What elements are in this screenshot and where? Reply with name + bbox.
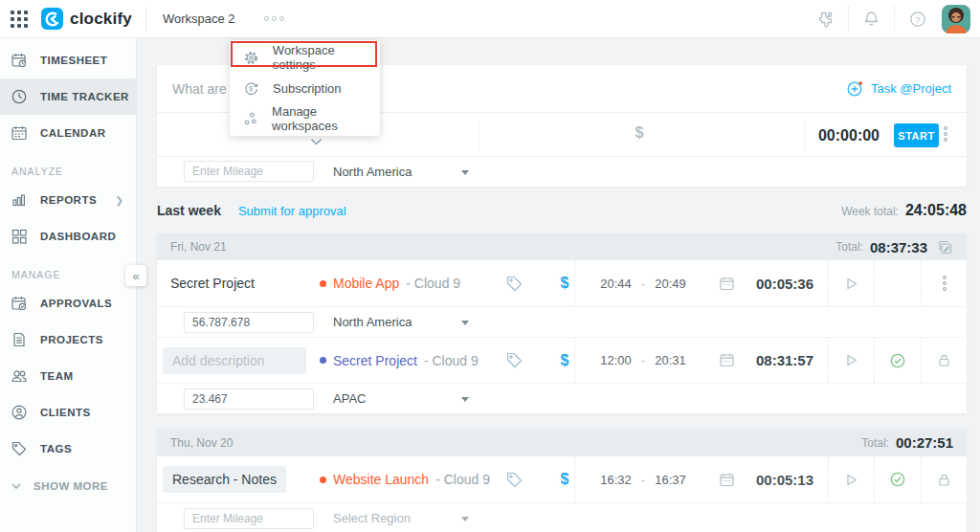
sidebar-item-reports[interactable]: REPORTS ❯	[0, 182, 136, 218]
entry-time-range[interactable]: 12:00 - 20:31	[574, 338, 711, 383]
tag-icon[interactable]	[500, 338, 528, 383]
menu-item-label: Workspace settings	[273, 43, 380, 72]
integrations-puzzle-icon[interactable]	[802, 7, 848, 32]
time-entry-row: Add description Secret Project - Cloud 9…	[157, 337, 967, 383]
approved-check-icon	[874, 456, 921, 502]
day-total-label: Total:	[835, 240, 863, 254]
mileage-input[interactable]	[184, 312, 314, 333]
mileage-input[interactable]	[184, 388, 314, 410]
sidebar-collapse-button[interactable]: «	[125, 265, 146, 286]
user-avatar[interactable]	[942, 5, 970, 33]
sidebar-item-timesheet[interactable]: TIMESHEET	[0, 42, 136, 78]
calendar-icon[interactable]	[711, 456, 742, 502]
task-project-link[interactable]: Task @Project	[846, 79, 951, 98]
sidebar-item-projects[interactable]: PROJECTS	[0, 321, 136, 358]
week-heading: Last week Submit for approval Week total…	[157, 202, 967, 219]
entry-custom-fields-row: Select Region	[157, 502, 967, 532]
menu-item-manage-workspaces[interactable]: Manage workspaces	[230, 103, 380, 134]
workspace-menu-trigger-icon[interactable]	[260, 12, 288, 25]
sidebar-item-dashboard[interactable]: DASHBOARD	[0, 218, 136, 255]
entry-project[interactable]: Secret Project - Cloud 9	[320, 338, 479, 383]
menu-item-workspace-settings[interactable]: Workspace settings	[230, 42, 380, 73]
entry-project[interactable]: Mobile App - Cloud 9	[320, 260, 460, 306]
tracker-menu-icon[interactable]	[944, 126, 947, 142]
chevron-down-icon	[11, 480, 22, 492]
entry-project[interactable]: Website Launch - Cloud 9	[320, 456, 490, 502]
region-value: North America	[333, 315, 412, 329]
help-icon[interactable]: ?	[894, 7, 940, 32]
calendar-icon[interactable]	[711, 338, 742, 383]
entry-description-placeholder[interactable]: Add description	[163, 347, 306, 374]
sidebar-item-label: TAGS	[40, 443, 72, 454]
tag-icon[interactable]	[500, 260, 528, 306]
sidebar-item-approvals[interactable]: APPROVALS	[0, 285, 136, 321]
entry-description[interactable]: Research - Notes	[163, 466, 286, 493]
menu-item-subscription[interactable]: $ Subscription	[230, 73, 380, 103]
time-separator: -	[641, 473, 645, 487]
timesheet-icon	[11, 52, 28, 69]
start-button[interactable]: START	[894, 123, 939, 147]
approval-status-cell	[874, 260, 921, 306]
sidebar-show-more[interactable]: SHOW MORE	[0, 480, 136, 492]
play-icon[interactable]	[828, 260, 874, 306]
projects-icon	[11, 331, 28, 348]
sidebar-item-label: PROJECTS	[40, 334, 103, 345]
select-chevron-icon[interactable]	[461, 397, 469, 402]
day-total-label: Total:	[861, 436, 889, 450]
sidebar-item-label: TEAM	[40, 370, 74, 382]
sidebar-item-label: DASHBOARD	[40, 231, 116, 242]
play-icon[interactable]	[828, 338, 874, 383]
sidebar-item-time-tracker[interactable]: TIME TRACKER	[0, 78, 136, 115]
duplicate-edit-icon[interactable]	[937, 239, 953, 255]
day-group-fri: Fri, Nov 21 Total: 08:37:33 Secret Proje…	[157, 233, 967, 413]
menu-item-label: Subscription	[273, 81, 342, 96]
time-end[interactable]: 16:37	[655, 473, 686, 487]
region-value: APAC	[333, 391, 366, 406]
time-end[interactable]: 20:31	[655, 353, 686, 367]
sidebar-item-calendar[interactable]: CALENDAR	[0, 115, 136, 151]
region-select[interactable]: North America	[333, 157, 412, 187]
region-select[interactable]: Select Region	[333, 503, 411, 532]
day-date: Fri, Nov 21	[170, 240, 227, 254]
sidebar-item-tags[interactable]: TAGS	[0, 431, 136, 467]
time-end[interactable]: 20:49	[655, 277, 686, 291]
select-chevron-icon[interactable]	[461, 321, 469, 325]
workspace-name[interactable]: Workspace 2	[163, 11, 235, 26]
sidebar-item-clients[interactable]: CLIENTS	[0, 394, 136, 431]
apps-grid-icon[interactable]	[11, 11, 28, 28]
timer-display: 00:00:00	[805, 113, 893, 158]
chevron-down-icon[interactable]	[310, 138, 323, 145]
reports-icon	[11, 191, 28, 209]
calendar-icon[interactable]	[711, 260, 742, 306]
client-name: - Cloud 9	[406, 276, 460, 291]
play-icon[interactable]	[828, 456, 874, 502]
clock-icon	[11, 88, 28, 105]
entry-description[interactable]: Secret Project	[170, 260, 255, 306]
day-total: Total: 08:37:33	[835, 239, 953, 255]
sidebar-item-label: REPORTS	[40, 194, 97, 206]
tag-icon[interactable]	[500, 456, 528, 502]
sidebar-item-label: CLIENTS	[40, 407, 91, 418]
entry-menu-icon[interactable]	[921, 260, 967, 306]
entry-time-range[interactable]: 20:44 - 20:49	[574, 260, 711, 306]
region-select[interactable]: APAC	[333, 384, 366, 413]
mileage-input[interactable]	[184, 508, 314, 529]
client-name: - Cloud 9	[435, 472, 490, 487]
time-entry-row: Research - Notes Website Launch - Cloud …	[157, 456, 967, 502]
notifications-bell-icon[interactable]	[848, 7, 894, 32]
select-chevron-icon[interactable]	[461, 517, 469, 521]
entry-time-range[interactable]: 16:32 - 16:37	[574, 456, 711, 502]
lock-icon	[921, 456, 967, 502]
select-chevron-icon[interactable]	[461, 170, 469, 175]
mileage-input[interactable]	[184, 161, 314, 182]
tags-icon	[11, 440, 28, 457]
time-start[interactable]: 20:44	[600, 277, 632, 291]
time-start[interactable]: 12:00	[600, 353, 632, 367]
time-start[interactable]: 16:32	[600, 473, 632, 487]
clockify-logo-icon[interactable]	[41, 8, 63, 30]
sidebar-item-team[interactable]: TEAM	[0, 358, 136, 394]
region-select[interactable]: North America	[333, 307, 412, 337]
submit-for-approval-link[interactable]: Submit for approval	[238, 204, 346, 218]
project-name: Mobile App	[333, 276, 399, 291]
billable-toggle-icon[interactable]: $	[625, 124, 654, 142]
